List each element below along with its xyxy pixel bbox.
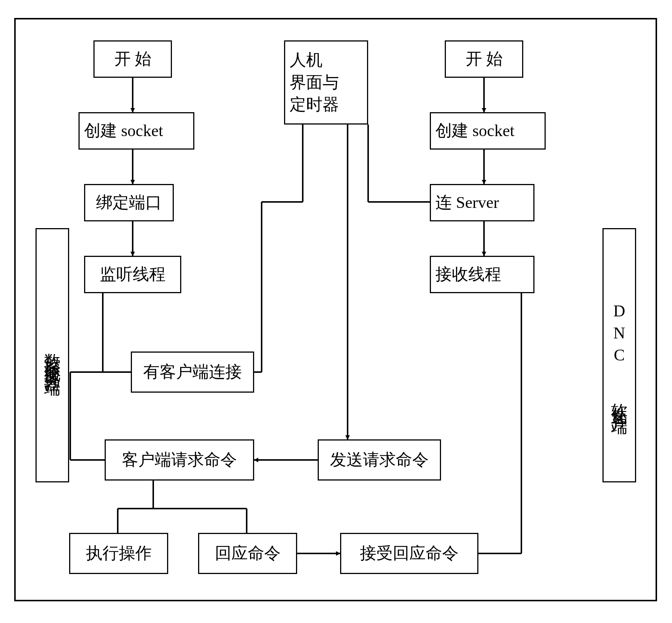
send-request: 发送请求命令 xyxy=(318,439,441,481)
right-create-socket: 创建 socket xyxy=(430,112,546,150)
server-side-label: 数控系统服务器端 xyxy=(36,228,69,482)
hmi-timer-box: 人机 界面与 定时器 xyxy=(284,40,368,125)
left-start: 开 始 xyxy=(93,40,172,78)
client-connected: 有客户端连接 xyxy=(131,352,254,393)
right-start: 开 始 xyxy=(445,40,523,78)
exec-op: 执行操作 xyxy=(69,533,168,574)
client-request: 客户端请求命令 xyxy=(105,439,254,481)
connect-server: 连 Server xyxy=(430,184,534,221)
left-bind-port: 绑定端口 xyxy=(84,184,174,221)
diagram-canvas: 数控系统服务器端 DNC 软件客户端 人机 界面与 定时器 开 始 创建 soc… xyxy=(0,0,672,623)
recv-reply: 接受回应命令 xyxy=(340,533,478,574)
left-create-socket: 创建 socket xyxy=(78,112,194,150)
reply-cmd: 回应命令 xyxy=(198,533,297,574)
recv-thread: 接收线程 xyxy=(430,256,534,293)
client-side-label: DNC 软件客户端 xyxy=(602,228,636,482)
left-listen-thread: 监听线程 xyxy=(84,256,181,293)
